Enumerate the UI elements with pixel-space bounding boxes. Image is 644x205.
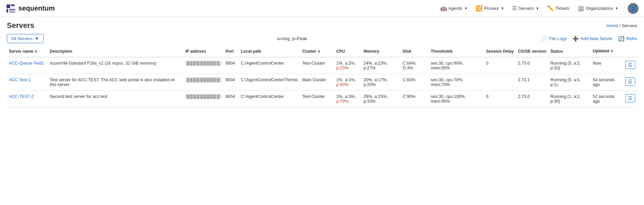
nav-divider	[625, 3, 625, 14]
cell-updated-1: 54 seconds ago	[591, 74, 623, 90]
col-header-status: Status	[548, 46, 591, 57]
cell-cpu-2: 2%, a:3%,p:79%	[334, 90, 362, 107]
breadcrumb-separator: /	[619, 23, 621, 28]
sort-server-icon[interactable]: ⇅	[34, 50, 37, 53]
col-header-port: Port	[224, 46, 239, 57]
col-header-updated[interactable]: Updated ⇅	[591, 46, 623, 57]
cell-cpu-1: 1%, a:1%,p:40%	[334, 74, 362, 90]
brand-name: sequentum	[18, 4, 55, 12]
col-header-action	[623, 46, 637, 57]
servers-caret: ▼	[536, 6, 539, 10]
col-header-session: Session Delay	[484, 46, 516, 57]
ip-value-2: ██████████	[185, 94, 221, 99]
filter-dropdown[interactable]: All Servers ▼	[7, 34, 44, 43]
cpu-peak-1: p:40%	[336, 82, 348, 87]
cell-memory-2: 29%, a:25%, p:33%	[362, 90, 401, 107]
cell-session-0: 0	[484, 57, 516, 74]
cell-description-1: Test server for ACC-TEST. The ACC web po…	[48, 74, 183, 90]
nav-agents[interactable]: 🤖 Agents ▼	[437, 3, 471, 14]
tickets-icon: ✏️	[547, 5, 554, 12]
col-header-server[interactable]: Server name ⇅	[7, 46, 48, 57]
nav-links: 🤖 Agents ▼ 🔀 Proxies ▼ ☰ Servers ▼ ✏️ Ti…	[437, 3, 639, 14]
cpu-peak-2: p:79%	[336, 99, 348, 104]
cell-port-2: 8004	[224, 90, 239, 107]
add-server-button[interactable]: ➕ Add New Server	[572, 36, 613, 42]
cell-action-1: ☰	[623, 74, 637, 90]
cell-memory-0: 24%, a:23%, p:27%	[362, 57, 401, 74]
cell-port-1: 8004	[224, 74, 239, 90]
col-header-cpu: CPU	[334, 46, 362, 57]
servers-table: Server name ⇅ Description IP address Por…	[7, 46, 637, 107]
cell-thresholds-0: ses:30, cpu:90%, mem:90%	[429, 57, 484, 74]
toolbar-legend: a=Avg, p=Peak	[277, 36, 307, 41]
server-link-1[interactable]: ACC-Test-1	[9, 78, 31, 82]
cell-disk-0: C:64%, D:3%	[401, 57, 429, 74]
cell-description-0: AzureVM-Standard F16s_v2 (16 vcpus, 32 G…	[48, 57, 183, 74]
cell-action-2: ☰	[623, 90, 637, 107]
cell-updated-0: Now	[591, 57, 623, 74]
nav-tickets[interactable]: ✏️ Tickets	[544, 3, 573, 14]
toolbar-right: 📄 File Logs ➕ Add New Server 🔄 Refre	[541, 36, 637, 42]
cell-server-name-2: ACC-TEST-2	[7, 90, 48, 107]
brand[interactable]: sequentum	[5, 3, 55, 14]
cell-action-0: ☰	[623, 57, 637, 74]
proxies-icon: 🔀	[476, 5, 482, 12]
row-action-btn-1[interactable]: ☰	[625, 78, 635, 86]
nav-organizations[interactable]: 🏢 Organizations ▼	[574, 3, 622, 14]
col-header-description: Description	[48, 46, 183, 57]
row-action-btn-0[interactable]: ☰	[625, 61, 635, 69]
cell-port-0: 8004	[224, 57, 239, 74]
ip-value-1: ██████████	[185, 78, 221, 82]
col-header-cgse: CG/SE version	[516, 46, 548, 57]
svg-rect-4	[9, 11, 15, 13]
cell-updated-2: 52 seconds ago	[591, 90, 623, 107]
add-server-icon: ➕	[572, 36, 579, 42]
col-header-thresholds: Thresholds	[429, 46, 484, 57]
breadcrumb: Home / Servers	[607, 23, 637, 28]
svg-rect-3	[9, 9, 15, 11]
svg-rect-0	[6, 4, 10, 8]
nav-servers[interactable]: ☰ Servers ▼	[509, 3, 542, 14]
table-header-row: Server name ⇅ Description IP address Por…	[7, 46, 637, 57]
cell-session-2: 0	[484, 90, 516, 107]
proxies-caret: ▼	[501, 6, 504, 10]
cell-session-1	[484, 74, 516, 90]
cell-cluster-1: Main Cluster	[300, 74, 334, 90]
toolbar: All Servers ▼ a=Avg, p=Peak 📄 File Logs …	[0, 31, 644, 46]
cell-status-2: Running (1, a:2, p:30)	[548, 90, 591, 107]
agents-icon: 🤖	[440, 5, 447, 12]
sort-cluster-icon[interactable]: ⇅	[318, 50, 320, 53]
server-link-0[interactable]: ACC-Queue-Test2	[9, 61, 44, 66]
server-link-2[interactable]: ACC-TEST-2	[9, 94, 34, 99]
page-header: Servers Home / Servers	[0, 17, 644, 31]
cell-ip-2: ██████████	[183, 90, 224, 107]
organizations-icon: 🏢	[578, 5, 584, 12]
sort-updated-icon[interactable]: ⇅	[610, 49, 613, 53]
cell-cgse-1: 2.73.1	[516, 74, 548, 90]
cell-path-0: C:\AgentControlCenter	[239, 57, 300, 74]
col-header-cluster[interactable]: Cluster ⇅	[300, 46, 334, 57]
servers-icon: ☰	[512, 5, 517, 12]
file-logs-button[interactable]: 📄 File Logs	[541, 36, 567, 42]
row-action-btn-2[interactable]: ☰	[625, 94, 635, 102]
cell-memory-1: 20%, a:17%, p:20%	[362, 74, 401, 90]
refresh-icon: 🔄	[618, 36, 625, 42]
cell-thresholds-1: ses:30, cpu:70%, mem:70%	[429, 74, 484, 90]
cell-path-1: C:\AgentControlCenterThemis	[239, 74, 300, 90]
refresh-button[interactable]: 🔄 Refre	[618, 36, 637, 42]
table-row: ACC-TEST-2 Second test server for acc-te…	[7, 90, 637, 107]
breadcrumb-home[interactable]: Home	[607, 23, 618, 28]
cell-ip-0: ██████████	[183, 57, 224, 74]
brand-icon	[5, 3, 16, 14]
cell-cluster-2: Test-Cluster	[300, 90, 334, 107]
cell-ip-1: ██████████	[183, 74, 224, 90]
nav-proxies[interactable]: 🔀 Proxies ▼	[472, 3, 507, 14]
col-header-memory: Memory	[362, 46, 401, 57]
cell-cluster-0: Test-Cluster	[300, 57, 334, 74]
organizations-caret: ▼	[615, 6, 618, 10]
filter-label: All Servers	[11, 36, 33, 41]
file-logs-icon: 📄	[541, 36, 547, 42]
user-avatar[interactable]: 👤	[628, 3, 639, 14]
col-header-ip: IP address	[183, 46, 224, 57]
cpu-peak-0: p:23%	[336, 66, 348, 70]
